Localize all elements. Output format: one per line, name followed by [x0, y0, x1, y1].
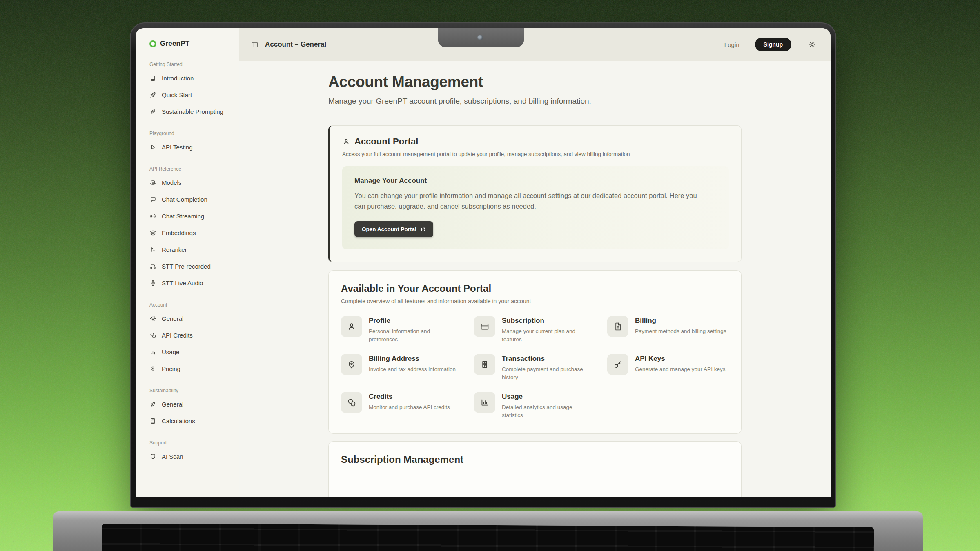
greenpt-logo-icon	[149, 40, 156, 47]
shield-icon	[149, 453, 156, 460]
page-breadcrumb-title: Account – General	[265, 40, 326, 49]
cpu-icon	[149, 179, 156, 186]
laptop-screen: GreenPT Getting Started Introduction Qui…	[136, 28, 831, 497]
main-content: Account Management Manage your GreenPT a…	[239, 61, 831, 497]
open-account-portal-button[interactable]: Open Account Portal	[354, 221, 433, 237]
coins-icon	[149, 332, 156, 339]
microphone-icon	[149, 280, 156, 287]
user-icon	[347, 322, 356, 331]
document-icon	[613, 322, 623, 331]
bar-chart-box-icon	[480, 398, 490, 407]
feature-billing: Billing Payment methods and billing sett…	[607, 316, 729, 343]
laptop-keyboard	[102, 524, 874, 551]
feature-transactions: Transactions Complete payment and purcha…	[474, 354, 596, 381]
play-icon	[149, 144, 156, 151]
sidebar: GreenPT Getting Started Introduction Qui…	[136, 28, 239, 497]
topbar: Account – General Login Signup	[239, 28, 831, 61]
leaf-icon	[149, 108, 156, 115]
receipt-icon	[480, 360, 490, 369]
section-label-account: Account	[149, 302, 239, 308]
sidebar-item-stt-live-audio[interactable]: STT Live Audio	[149, 275, 239, 291]
layers-icon	[149, 229, 156, 236]
brand-logo[interactable]: GreenPT	[149, 40, 239, 48]
map-pin-icon	[347, 360, 356, 369]
sidebar-item-api-testing[interactable]: API Testing	[149, 139, 239, 156]
laptop-notch	[438, 28, 524, 47]
feature-billing-address: Billing Address Invoice and tax address …	[341, 354, 463, 381]
manage-account-box: Manage Your Account You can change your …	[342, 166, 729, 249]
account-portal-description: Access your full account management port…	[342, 151, 729, 157]
sidebar-item-reranker[interactable]: Reranker	[149, 241, 239, 258]
bar-chart-icon	[149, 349, 156, 355]
laptop-mockup: GreenPT Getting Started Introduction Qui…	[130, 22, 836, 508]
brand-name: GreenPT	[160, 40, 189, 48]
section-label-api-reference: API Reference	[149, 166, 239, 172]
sidebar-item-models[interactable]: Models	[149, 174, 239, 191]
account-portal-title: Account Portal	[354, 136, 418, 147]
leaf-icon	[149, 401, 156, 408]
section-label-playground: Playground	[149, 131, 239, 136]
chat-bubble-icon	[149, 196, 156, 203]
subscription-management-title: Subscription Management	[341, 454, 729, 465]
coins-icon	[347, 398, 356, 407]
credit-card-icon	[480, 322, 490, 331]
sidebar-item-account-general[interactable]: General	[149, 310, 239, 327]
sidebar-item-quick-start[interactable]: Quick Start	[149, 87, 239, 103]
rocket-icon	[149, 91, 156, 98]
feature-api-keys: API Keys Generate and manage your API ke…	[607, 354, 729, 381]
section-label-sustainability: Sustainability	[149, 388, 239, 393]
user-icon	[342, 138, 350, 146]
page-title: Account Management	[328, 73, 742, 91]
page-subtitle: Manage your GreenPT account profile, sub…	[328, 97, 742, 106]
sidebar-item-api-credits[interactable]: API Credits	[149, 327, 239, 344]
features-card: Available in Your Account Portal Complet…	[328, 270, 742, 433]
section-label-support: Support	[149, 440, 239, 446]
sidebar-item-sustainability-general[interactable]: General	[149, 396, 239, 413]
laptop-keyboard-deck	[53, 511, 923, 551]
account-portal-card: Account Portal Access your full account …	[328, 125, 742, 262]
features-title: Available in Your Account Portal	[341, 283, 729, 294]
dollar-icon	[149, 365, 156, 372]
subscription-management-card: Subscription Management	[328, 441, 742, 497]
sidebar-item-pricing[interactable]: Pricing	[149, 360, 239, 377]
webcam-icon	[477, 35, 483, 40]
book-icon	[149, 75, 156, 82]
headphones-icon	[149, 263, 156, 270]
feature-subscription: Subscription Manage your current plan an…	[474, 316, 596, 343]
section-label-getting-started: Getting Started	[149, 62, 239, 67]
sidebar-item-sustainable-prompting[interactable]: Sustainable Prompting	[149, 103, 239, 120]
gear-icon	[149, 315, 156, 322]
feature-profile: Profile Personal information and prefere…	[341, 316, 463, 343]
sidebar-item-chat-streaming[interactable]: Chat Streaming	[149, 208, 239, 224]
external-link-icon	[420, 227, 426, 232]
sidebar-toggle-button[interactable]	[251, 41, 258, 49]
panel-toggle-icon	[251, 41, 258, 49]
feature-credits: Credits Monitor and purchase API credits	[341, 392, 463, 419]
features-grid: Profile Personal information and prefere…	[341, 316, 729, 419]
signup-button[interactable]: Signup	[755, 38, 791, 51]
calculator-icon	[149, 418, 156, 424]
sidebar-item-introduction[interactable]: Introduction	[149, 70, 239, 87]
manage-account-body: You can change your profile information …	[354, 191, 706, 211]
key-icon	[613, 360, 623, 369]
sidebar-item-calculations[interactable]: Calculations	[149, 413, 239, 429]
sidebar-item-stt-pre-recorded[interactable]: STT Pre-recorded	[149, 258, 239, 275]
sidebar-item-chat-completion[interactable]: Chat Completion	[149, 191, 239, 208]
sort-arrows-icon	[149, 246, 156, 253]
sidebar-item-embeddings[interactable]: Embeddings	[149, 224, 239, 241]
sun-icon	[808, 41, 816, 48]
broadcast-icon	[149, 213, 156, 220]
manage-account-title: Manage Your Account	[354, 177, 717, 185]
sidebar-item-usage[interactable]: Usage	[149, 344, 239, 360]
theme-toggle-button[interactable]	[808, 41, 816, 48]
sidebar-item-ai-scan[interactable]: AI Scan	[149, 448, 239, 465]
feature-usage: Usage Detailed analytics and usage stati…	[474, 392, 596, 419]
login-link[interactable]: Login	[724, 41, 739, 48]
features-subtitle: Complete overview of all features and in…	[341, 298, 729, 304]
